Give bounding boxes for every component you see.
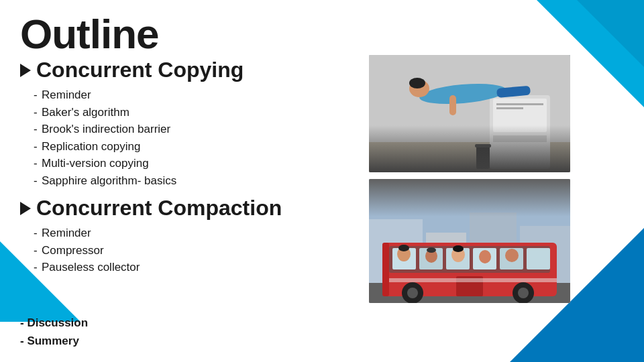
svg-rect-10 — [449, 95, 456, 115]
photo-top-svg — [369, 55, 570, 172]
photo-bottom-svg — [369, 179, 570, 303]
right-column — [369, 55, 624, 303]
photo-bus — [369, 179, 570, 303]
bullet-2-2: Compressor — [34, 242, 356, 259]
section2-title: Concurrent Compaction — [36, 196, 282, 221]
header-row: Outline — [20, 13, 624, 55]
photo-top-img — [369, 55, 570, 172]
svg-rect-1 — [369, 142, 570, 172]
bottom-item-summery: - Summery — [20, 332, 88, 350]
bullet-1-1: Reminder — [34, 86, 356, 104]
svg-rect-42 — [382, 243, 389, 296]
svg-point-11 — [409, 78, 425, 88]
svg-rect-27 — [527, 248, 550, 269]
section2-header: Concurrent Compaction — [20, 196, 356, 221]
left-column: Concurrent Copying Reminder Baker's algo… — [20, 55, 369, 303]
photo-bottom-img — [369, 179, 570, 303]
bullet-1-6: Sapphire algorithm- basics — [34, 172, 356, 190]
svg-point-38 — [407, 288, 418, 298]
svg-rect-12 — [476, 145, 490, 169]
svg-rect-4 — [493, 135, 547, 142]
section1-title: Concurrent Copying — [36, 58, 244, 82]
svg-rect-13 — [475, 144, 491, 147]
title-section: Outline — [20, 13, 159, 55]
bullet-2-1: Reminder — [34, 225, 356, 242]
bullet-1-5: Multi-version copying — [34, 155, 356, 172]
svg-rect-6 — [496, 107, 523, 109]
bullet-1-4: Replication copying — [34, 138, 356, 156]
arrow-icon-1 — [20, 64, 31, 77]
section1-bullets: Reminder Baker's algorithm Brook's indir… — [20, 86, 356, 189]
bottom-items: - Discussion - Summery — [20, 314, 88, 350]
svg-point-33 — [453, 245, 464, 252]
svg-point-31 — [427, 247, 436, 253]
section2: Concurrent Compaction Reminder Compresso… — [20, 196, 356, 276]
main-layout: Concurrent Copying Reminder Baker's algo… — [20, 55, 624, 303]
svg-rect-5 — [496, 103, 543, 105]
svg-point-40 — [518, 288, 529, 298]
bullet-1-2: Baker's algorithm — [34, 104, 356, 121]
section1-header: Concurrent Copying — [20, 58, 356, 82]
arrow-icon-2 — [20, 202, 31, 215]
svg-point-29 — [398, 245, 409, 251]
photo-copier — [369, 55, 570, 172]
slide-content: Outline Concurrent Copying Reminder Bake… — [0, 0, 644, 362]
svg-rect-41 — [382, 278, 557, 282]
bullet-1-3: Brook's indirection barrier — [34, 121, 356, 138]
section2-bullets: Reminder Compressor Pauseless collector — [20, 225, 356, 276]
bottom-item-discussion: - Discussion — [20, 314, 88, 332]
svg-point-35 — [505, 249, 519, 262]
svg-point-34 — [479, 250, 491, 263]
slide-title: Outline — [20, 13, 159, 55]
bullet-2-3: Pauseless collector — [34, 259, 356, 276]
